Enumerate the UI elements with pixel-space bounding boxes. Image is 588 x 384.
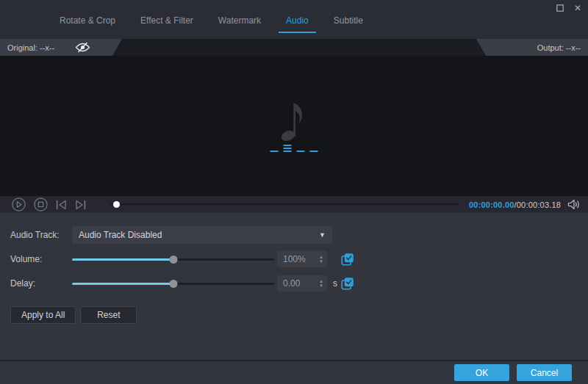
tab-effect-filter[interactable]: Effect & Filter [128, 11, 206, 33]
original-resolution-badge: Original: --x-- [0, 39, 122, 56]
delay-unit-label: s [333, 278, 337, 289]
stop-icon[interactable] [34, 198, 48, 211]
volume-row: Volume: 100% ▲ ▼ [10, 250, 588, 268]
volume-handle[interactable] [169, 256, 177, 264]
delay-value: 0.00 [283, 278, 300, 289]
tab-rotate-crop[interactable]: Rotate & Crop [47, 11, 128, 33]
progress-handle[interactable] [113, 201, 120, 208]
equalizer-bar [310, 151, 318, 152]
audio-track-selected-value: Audio Track Disabled [79, 230, 319, 240]
tab-audio[interactable]: Audio [273, 11, 321, 33]
volume-value-field[interactable]: 100% ▲ ▼ [277, 251, 327, 267]
playback-progress-slider[interactable] [110, 196, 459, 213]
chevron-down-icon: ▼ [319, 231, 326, 239]
previous-frame-icon[interactable] [56, 200, 67, 210]
maximize-icon[interactable] [554, 2, 566, 14]
equalizer-bar [270, 151, 279, 152]
delay-handle[interactable] [169, 280, 177, 288]
original-resolution-label: Original: --x-- [7, 43, 54, 52]
volume-fill [72, 258, 173, 261]
ok-button[interactable]: OK [454, 364, 509, 381]
apply-delay-to-all-icon[interactable] [341, 277, 354, 290]
eye-off-icon[interactable] [75, 42, 90, 53]
volume-value: 100% [283, 254, 306, 264]
output-resolution-label: Output: --x-- [537, 43, 581, 52]
action-button-row: Apply to All Reset [10, 306, 588, 324]
reset-button[interactable]: Reset [80, 306, 137, 324]
apply-volume-to-all-icon[interactable] [341, 253, 354, 266]
output-resolution-badge: Output: --x-- [476, 39, 588, 56]
apply-to-all-button[interactable]: Apply to All [10, 306, 76, 324]
delay-row: Delay: 0.00 ▲ ▼ s [10, 275, 588, 292]
resolution-strip: Original: --x-- Output: --x-- [0, 39, 588, 56]
audio-settings-dialog: Rotate & Crop Effect & Filter Watermark … [0, 0, 588, 384]
cancel-button[interactable]: Cancel [517, 364, 572, 381]
tab-bar: Rotate & Crop Effect & Filter Watermark … [0, 0, 588, 39]
volume-label: Volume: [10, 254, 72, 264]
spinner-down-icon[interactable]: ▼ [319, 283, 323, 288]
total-time: 00:00:03.18 [517, 200, 561, 209]
dialog-footer: OK Cancel [0, 360, 588, 384]
video-preview-area [0, 56, 588, 196]
next-frame-icon[interactable] [75, 200, 86, 210]
time-display: 00:00:00.00/00:00:03.18 [469, 200, 561, 209]
tab-subtitle[interactable]: Subtitle [321, 11, 376, 33]
tab-list: Rotate & Crop Effect & Filter Watermark … [47, 5, 376, 39]
player-bar: 00:00:00.00/00:00:03.18 [0, 196, 588, 213]
play-icon[interactable] [12, 198, 26, 211]
equalizer-bar [284, 145, 292, 152]
delay-label: Delay: [10, 278, 72, 289]
progress-track[interactable] [110, 203, 459, 205]
loading-equalizer-icon [270, 145, 318, 152]
tab-watermark[interactable]: Watermark [206, 11, 273, 33]
equalizer-bar [297, 151, 305, 152]
audio-track-label: Audio Track: [10, 230, 72, 240]
audio-settings-panel: Audio Track: Audio Track Disabled ▼ Volu… [0, 213, 588, 360]
volume-spinner: ▲ ▼ [319, 255, 327, 264]
delay-fill [72, 283, 173, 285]
music-note-icon [279, 98, 312, 146]
spinner-down-icon[interactable]: ▼ [319, 259, 323, 264]
volume-slider[interactable] [72, 250, 274, 268]
speaker-icon[interactable] [567, 199, 580, 210]
delay-slider[interactable] [72, 275, 274, 292]
window-controls: ✕ [554, 2, 584, 14]
delay-value-field[interactable]: 0.00 ▲ ▼ [277, 275, 327, 291]
audio-track-row: Audio Track: Audio Track Disabled ▼ [10, 226, 588, 244]
delay-spinner: ▲ ▼ [319, 279, 327, 288]
current-time: 00:00:00.00 [469, 200, 514, 209]
close-icon[interactable]: ✕ [572, 2, 584, 14]
audio-track-dropdown[interactable]: Audio Track Disabled ▼ [72, 226, 332, 244]
